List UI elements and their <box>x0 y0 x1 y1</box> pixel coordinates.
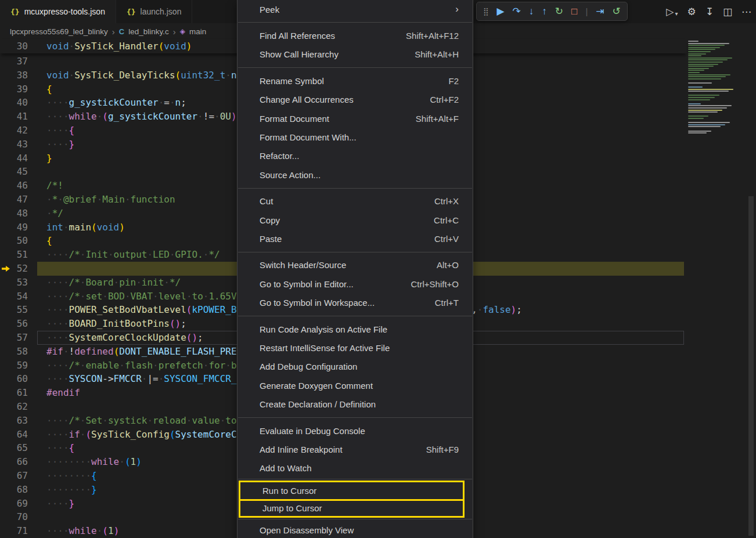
menu-item-evaluate-in-debug-console[interactable]: Evaluate in Debug Console <box>237 421 473 440</box>
menu-item-add-inline-breakpoint[interactable]: Add Inline BreakpointShift+F9 <box>237 440 473 458</box>
gripper-icon[interactable]: ⣿ <box>483 8 489 15</box>
menu-item-shortcut: Ctrl+F2 <box>430 95 459 104</box>
minimap[interactable] <box>688 41 741 135</box>
menu-item-label: Create Declaration / Definition <box>260 399 459 409</box>
menu-item-run-code-analysis-on-active-file[interactable]: Run Code Analysis on Active File <box>237 320 473 338</box>
line-number[interactable]: 58 <box>0 345 28 359</box>
line-number[interactable]: 42 <box>0 124 28 138</box>
menu-item-run-to-cursor[interactable]: Run to Cursor <box>240 482 463 499</box>
menu-item-label: Peek <box>260 5 455 15</box>
menu-item-find-all-references[interactable]: Find All ReferencesShift+Alt+F12 <box>237 26 473 45</box>
menu-item-format-document[interactable]: Format DocumentShift+Alt+F <box>237 109 473 128</box>
menu-item-cut[interactable]: CutCtrl+X <box>237 192 473 211</box>
line-number[interactable]: 43 <box>0 138 28 151</box>
line-number[interactable]: 63 <box>0 414 28 428</box>
menu-item-paste[interactable]: PasteCtrl+V <box>237 229 473 248</box>
run-or-debug-icon[interactable]: ▷▾ <box>666 7 678 17</box>
line-number[interactable]: 61 <box>0 386 28 400</box>
line-number[interactable]: 66 <box>0 455 28 469</box>
line-number[interactable]: 38 <box>0 68 28 82</box>
code-text: ·*·@brief·Main·function <box>28 193 175 207</box>
step-over-icon[interactable]: ↷ <box>513 6 521 16</box>
code-token: reload <box>153 415 186 426</box>
breadcrumb-file[interactable]: led_blinky.c <box>128 27 169 36</box>
line-number[interactable]: 59 <box>0 359 28 373</box>
line-number[interactable]: 45 <box>0 165 28 179</box>
whitespace-dots: ···· <box>46 304 69 315</box>
line-number[interactable]: 55 <box>0 303 28 317</box>
line-number[interactable]: 49 <box>0 221 28 234</box>
menu-item-open-disassembly-view[interactable]: Open Disassembly View <box>237 521 473 538</box>
menu-item-jump-to-cursor[interactable]: Jump to Cursor <box>240 499 463 516</box>
code-token: Main <box>102 194 125 205</box>
whitespace-dots: · <box>102 415 108 426</box>
line-number[interactable]: 65 <box>0 441 28 455</box>
line-number[interactable]: 41 <box>0 110 28 124</box>
editor-scrollbar[interactable] <box>748 196 754 536</box>
line-number[interactable]: 40 <box>0 96 28 110</box>
line-number[interactable]: 60 <box>0 372 28 386</box>
line-number[interactable]: 47 <box>0 193 28 207</box>
step-out-icon[interactable]: ↑ <box>542 6 547 16</box>
line-number[interactable]: 70 <box>0 510 28 524</box>
breadcrumb-symbol[interactable]: main <box>189 27 206 36</box>
line-number[interactable]: 62 <box>0 400 28 414</box>
menu-item-add-debug-configuration[interactable]: Add Debug Configuration <box>237 358 473 376</box>
menu-item-rename-symbol[interactable]: Rename SymbolF2 <box>237 71 473 90</box>
line-number[interactable]: 53 <box>0 276 28 290</box>
menu-item-create-declaration-definition[interactable]: Create Declaration / Definition <box>237 395 473 413</box>
line-number[interactable]: 48 <box>0 207 28 221</box>
code-token: level <box>159 291 186 302</box>
line-number[interactable]: 39 <box>0 82 28 96</box>
code-token: ; <box>516 304 522 315</box>
line-number[interactable]: 50 <box>0 234 28 248</box>
code-token: flash <box>125 360 153 371</box>
stop-icon[interactable]: □ <box>571 6 577 16</box>
settings-gear-icon[interactable]: ⚙ <box>687 7 696 17</box>
menu-item-generate-doxygen-comment[interactable]: Generate Doxygen Comment <box>237 376 473 395</box>
line-number[interactable]: 54 <box>0 290 28 304</box>
code-text: /*! <box>28 179 63 193</box>
minimap-line <box>688 47 720 48</box>
menu-item-go-to-symbol-in-editor[interactable]: Go to Symbol in Editor...Ctrl+Shift+O <box>237 275 473 293</box>
line-number[interactable]: 68 <box>0 483 28 497</box>
minimap-line <box>688 110 722 111</box>
menu-item-shortcut: Ctrl+V <box>434 234 459 244</box>
disconnect-icon[interactable]: ⇥ <box>596 6 604 16</box>
restart-icon[interactable]: ↻ <box>555 6 563 16</box>
split-editor-icon[interactable]: ◫ <box>723 7 732 17</box>
line-number[interactable]: 51 <box>0 248 28 262</box>
menu-item-go-to-symbol-in-workspace[interactable]: Go to Symbol in Workspace...Ctrl+T <box>237 293 473 312</box>
menu-item-restart-intellisense-for-active-file[interactable]: Restart IntelliSense for Active File <box>237 338 473 357</box>
line-number[interactable]: 46 <box>0 179 28 193</box>
tab-mcuxpresso-tools-json[interactable]: {}mcuxpresso-tools.json <box>0 0 116 23</box>
menu-item-show-call-hierarchy[interactable]: Show Call HierarchyShift+Alt+H <box>237 45 473 64</box>
continue-icon[interactable]: ▶ <box>497 6 505 16</box>
line-number[interactable]: 69 <box>0 497 28 511</box>
minimap-line <box>688 53 706 55</box>
menu-item-add-to-watch[interactable]: Add to Watch <box>237 459 473 478</box>
line-number[interactable]: 44 <box>0 151 28 165</box>
line-number[interactable]: 56 <box>0 317 28 331</box>
minimap-line <box>688 80 741 81</box>
reset-device-icon[interactable]: ↺ <box>613 6 621 16</box>
menu-item-source-action[interactable]: Source Action... <box>237 165 473 184</box>
step-into-icon[interactable]: ↓ <box>529 6 534 16</box>
flash-download-icon-glyph: ↧ <box>705 7 714 17</box>
menu-item-change-all-occurrences[interactable]: Change All OccurrencesCtrl+F2 <box>237 91 473 109</box>
line-number[interactable]: 71 <box>0 524 28 538</box>
minimap-line <box>688 124 725 125</box>
line-number[interactable]: 67 <box>0 469 28 483</box>
line-number[interactable]: 64 <box>0 428 28 442</box>
menu-item-format-document-with[interactable]: Format Document With... <box>237 128 473 146</box>
breadcrumb-project[interactable]: lpcxpresso55s69_led_blinky <box>10 27 108 36</box>
tab-launch-json[interactable]: {}launch.json <box>116 0 192 23</box>
menu-item-peek[interactable]: Peek› <box>237 0 473 19</box>
line-number[interactable]: 37 <box>0 55 28 68</box>
line-number[interactable]: 57 <box>0 331 28 345</box>
more-actions-icon[interactable]: ⋯ <box>741 7 751 17</box>
menu-item-refactor[interactable]: Refactor... <box>237 147 473 165</box>
menu-item-switch-header-source[interactable]: Switch Header/SourceAlt+O <box>237 256 473 275</box>
flash-download-icon[interactable]: ↧ <box>705 7 714 17</box>
menu-item-copy[interactable]: CopyCtrl+C <box>237 211 473 229</box>
